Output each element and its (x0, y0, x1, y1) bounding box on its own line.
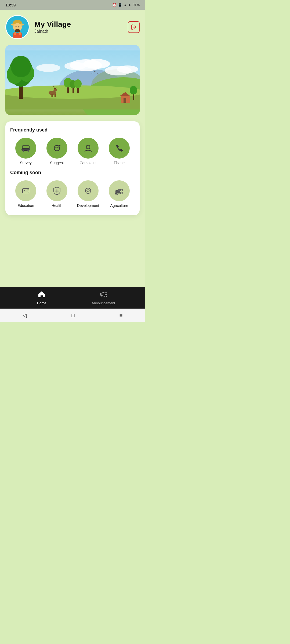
frequently-used-grid: Survey Suggest (10, 138, 135, 165)
phone-item[interactable]: Phone (107, 138, 131, 165)
main-content: My Village Jainath (0, 10, 145, 287)
suggest-icon-circle (46, 138, 67, 159)
health-icon-circle (46, 180, 67, 201)
svg-rect-8 (14, 32, 16, 35)
svg-rect-41 (51, 94, 52, 97)
svg-rect-44 (55, 94, 56, 97)
svg-point-15 (83, 59, 110, 69)
back-button[interactable]: ◁ (17, 309, 32, 321)
svg-point-65 (87, 190, 89, 192)
complaint-icon-circle (78, 138, 99, 159)
survey-icon-circle (15, 138, 36, 159)
frequently-used-title: Frequently used (10, 127, 135, 133)
recents-button[interactable]: ≡ (114, 310, 128, 321)
logout-button[interactable] (128, 21, 140, 33)
svg-point-6 (18, 26, 19, 27)
agriculture-item[interactable]: Agriculture (107, 180, 131, 208)
svg-point-73 (116, 193, 117, 194)
home-icon (38, 291, 45, 300)
svg-point-60 (86, 145, 90, 149)
svg-rect-61 (23, 189, 29, 193)
status-time: 10:59 (5, 3, 16, 7)
home-nav-item[interactable]: Home (26, 291, 58, 305)
svg-point-5 (15, 26, 16, 27)
complaint-label: Complaint (79, 161, 96, 165)
status-bar: 10:59 ⏰ 📳 ▲ ➤ 91% (0, 0, 145, 10)
status-icons: ⏰ 📳 ▲ ➤ 91% (112, 3, 140, 7)
vibrate-icon: 📳 (118, 3, 122, 7)
svg-point-49 (130, 86, 137, 94)
suggest-label: Suggest (50, 161, 64, 165)
svg-rect-47 (124, 98, 126, 103)
svg-rect-71 (118, 189, 121, 191)
health-item[interactable]: Health (45, 180, 69, 208)
health-label: Health (52, 203, 62, 208)
svg-point-36 (53, 89, 57, 92)
phone-icon-circle (109, 138, 130, 159)
svg-point-18 (117, 65, 138, 73)
features-card: Frequently used (5, 121, 140, 215)
svg-rect-42 (52, 94, 53, 97)
svg-point-59 (58, 147, 59, 148)
svg-point-16 (64, 62, 86, 70)
svg-point-57 (54, 145, 60, 151)
svg-rect-55 (21, 149, 30, 150)
svg-rect-56 (25, 146, 27, 148)
svg-rect-9 (19, 32, 21, 35)
education-icon-circle (15, 180, 36, 201)
frequently-used-section: Frequently used (10, 127, 135, 165)
development-label: Development (77, 203, 99, 208)
announcement-nav-label: Announcement (92, 301, 115, 305)
svg-point-54 (27, 150, 29, 152)
header-text: My Village Jainath (34, 20, 128, 34)
system-nav: ◁ □ ≡ (0, 309, 145, 322)
svg-point-58 (56, 147, 56, 148)
airplane-icon: ➤ (128, 3, 131, 7)
survey-label: Survey (20, 161, 32, 165)
svg-point-19 (36, 64, 60, 72)
education-label: Education (17, 203, 34, 208)
svg-point-28 (74, 79, 82, 88)
svg-point-75 (121, 193, 122, 193)
alarm-icon: ⏰ (112, 3, 117, 7)
agriculture-icon-circle (109, 180, 130, 201)
announcement-icon (100, 291, 107, 300)
development-icon-circle (78, 180, 99, 201)
svg-point-53 (23, 150, 24, 152)
phone-label: Phone (114, 161, 125, 165)
wifi-icon: ▲ (124, 3, 127, 7)
svg-rect-43 (54, 94, 55, 97)
svg-rect-35 (52, 91, 53, 94)
coming-soon-section: Coming soon Education (10, 170, 135, 208)
education-item[interactable]: Education (14, 180, 38, 208)
village-name: Jainath (34, 29, 128, 34)
svg-line-81 (106, 296, 107, 297)
development-item[interactable]: Development (76, 180, 100, 208)
battery-status: 91% (133, 3, 140, 7)
complaint-item[interactable]: Complaint (76, 138, 100, 165)
app-title: My Village (34, 20, 128, 29)
coming-soon-grid: Education Health (10, 180, 135, 208)
coming-soon-title: Coming soon (10, 170, 135, 175)
svg-line-79 (106, 292, 107, 293)
bottom-nav: Home Announcement (0, 287, 145, 309)
avatar (5, 15, 30, 39)
home-nav-label: Home (37, 301, 46, 305)
home-button[interactable]: □ (66, 310, 80, 321)
survey-item[interactable]: Survey (14, 138, 38, 165)
app-header: My Village Jainath (5, 15, 140, 39)
announcement-nav-item[interactable]: Announcement (87, 291, 119, 305)
village-banner (5, 45, 140, 115)
agriculture-label: Agriculture (110, 203, 128, 208)
svg-point-33 (11, 56, 31, 77)
suggest-item[interactable]: Suggest (45, 138, 69, 165)
